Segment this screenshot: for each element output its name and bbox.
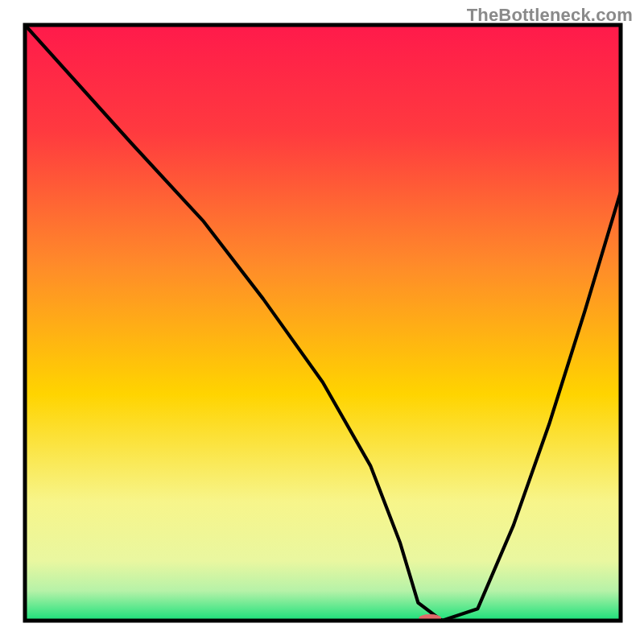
- bottleneck-chart: [0, 0, 644, 644]
- chart-frame: TheBottleneck.com: [0, 0, 644, 644]
- gradient-background: [25, 25, 621, 621]
